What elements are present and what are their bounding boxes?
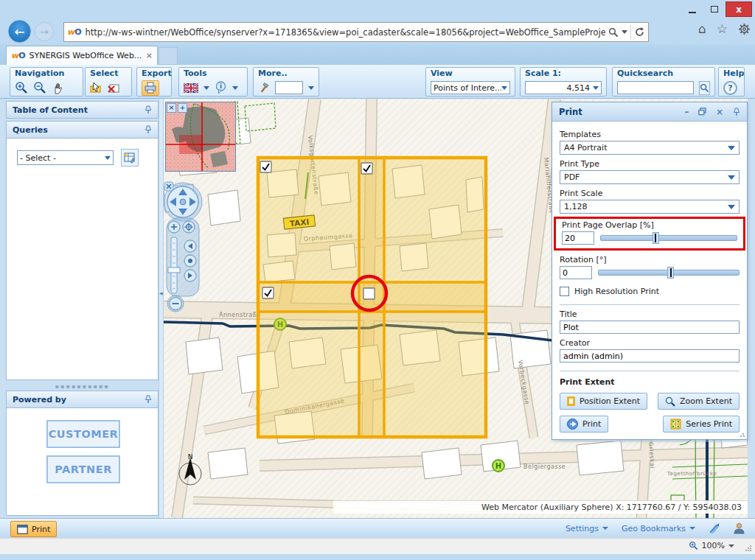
street-label: Annenstraße <box>219 312 261 318</box>
search-icon[interactable] <box>608 27 619 38</box>
print-type-label: Print Type <box>560 159 740 169</box>
rotation-slider[interactable] <box>598 270 740 276</box>
tab-close-icon[interactable]: × <box>146 51 153 60</box>
zoom-plus-button[interactable] <box>168 221 180 233</box>
home-icon[interactable]: ⌂ <box>698 21 706 36</box>
position-extent-label: Position Extent <box>580 396 640 406</box>
print-scale-label: Print Scale <box>560 189 740 198</box>
overview-move-icon[interactable]: + <box>178 103 187 113</box>
overview-close-icon[interactable]: × <box>167 103 176 113</box>
window-close-button[interactable]: x <box>726 1 752 17</box>
position-extent-button[interactable]: Position Extent <box>560 393 647 410</box>
widget-close-icon[interactable] <box>164 182 173 191</box>
geo-bookmarks-menu[interactable]: Geo Bookmarks <box>622 524 695 533</box>
refresh-icon[interactable] <box>634 27 645 38</box>
query-select[interactable]: - Select - <box>17 150 114 165</box>
window-resize-grip[interactable] <box>745 545 752 552</box>
printer-icon <box>144 82 157 94</box>
panel-minimize-icon[interactable]: – <box>685 107 689 117</box>
new-tab-button[interactable] <box>159 47 178 65</box>
window-minimize-button[interactable] <box>681 1 703 17</box>
series-page-checkbox[interactable] <box>361 163 372 174</box>
zoom-minus-button[interactable] <box>170 298 182 310</box>
sidebar-map-splitter[interactable]: ◀ <box>159 99 164 518</box>
pin-icon[interactable] <box>145 125 152 134</box>
zoom-extent-button[interactable]: Zoom Extent <box>658 393 740 410</box>
quicksearch-input[interactable] <box>617 81 694 94</box>
panel-header-table-of-content[interactable]: Table of Content <box>6 101 159 119</box>
pan-hand-icon[interactable] <box>52 82 64 94</box>
panel-resize-grip[interactable] <box>740 432 745 438</box>
series-page-checkbox[interactable] <box>262 287 274 298</box>
panel-restore-icon[interactable] <box>698 108 706 116</box>
scale-select-value: 4,514 <box>528 83 593 93</box>
zoom-out-icon[interactable] <box>33 81 46 94</box>
series-page-checkbox[interactable] <box>260 161 271 172</box>
series-print-grid-icon <box>670 419 681 430</box>
print-panel-header[interactable]: Print – × <box>552 102 747 122</box>
creator-input[interactable] <box>560 349 740 363</box>
print-button[interactable]: Print <box>560 416 608 433</box>
query-definition-button[interactable] <box>121 149 139 167</box>
select-caret-icon <box>728 175 735 180</box>
info-balloon-icon[interactable]: i <box>215 81 227 94</box>
series-print-button[interactable]: Series Print <box>663 416 740 433</box>
overlap-slider[interactable] <box>600 235 737 241</box>
print-scale-select[interactable]: 1,128 <box>560 200 740 214</box>
title-input[interactable] <box>560 321 740 334</box>
url-text[interactable]: http://w-ws-wintner/WebOffice/synserver?… <box>86 27 605 38</box>
overlap-slider-thumb[interactable] <box>653 232 659 244</box>
view-select[interactable]: Points of Intere... <box>431 81 510 94</box>
settings-menu[interactable]: Settings <box>566 524 608 533</box>
forward-button[interactable]: → <box>35 22 54 41</box>
templates-select[interactable]: A4 Portrait <box>560 141 740 155</box>
partner-logo[interactable]: PARTNER <box>46 455 120 483</box>
export-active-highlight[interactable] <box>142 80 159 96</box>
hammer-tools-icon[interactable] <box>258 82 270 94</box>
settings-gear-icon[interactable] <box>738 23 751 35</box>
pin-icon[interactable] <box>145 395 152 404</box>
rotation-slider-thumb[interactable] <box>667 267 674 279</box>
info-dropdown-caret-icon[interactable] <box>232 86 238 90</box>
back-button[interactable]: ← <box>8 20 31 43</box>
overview-map[interactable]: × + <box>165 102 236 172</box>
pin-icon[interactable] <box>733 108 740 116</box>
tab-synergis-weboffice[interactable]: wO SYNERGIS WebOffice Web... × <box>6 46 158 65</box>
print-type-select[interactable]: PDF <box>560 170 740 184</box>
rotation-input[interactable] <box>560 266 592 279</box>
browser-zoom-control[interactable]: 100% <box>689 541 734 550</box>
pin-icon[interactable] <box>145 105 152 114</box>
history-forward-button[interactable] <box>184 270 196 281</box>
window-maximize-button[interactable] <box>703 1 726 17</box>
pen-icon[interactable] <box>709 522 720 534</box>
zoom-slider-thumb[interactable] <box>168 267 180 273</box>
series-page-checkbox-unchecked[interactable] <box>363 288 375 299</box>
templates-label: Templates <box>560 130 740 139</box>
quicksearch-button[interactable] <box>699 81 710 95</box>
flag-dropdown-caret-icon[interactable] <box>203 86 209 90</box>
print-task-button[interactable]: Print <box>10 521 57 537</box>
history-back-button[interactable] <box>184 240 196 252</box>
more-dropdown-caret-icon[interactable] <box>308 86 314 90</box>
panel-header-powered-by[interactable]: Powered by <box>6 391 159 408</box>
scale-select[interactable]: 4,514 <box>525 81 602 94</box>
center-button[interactable] <box>184 255 196 267</box>
high-resolution-checkbox[interactable] <box>560 287 569 296</box>
customer-logo[interactable]: CUSTOMER <box>46 420 120 448</box>
overlap-input[interactable] <box>562 231 594 245</box>
help-button[interactable]: ? <box>723 81 737 95</box>
sidebar-splitter-handle[interactable]: ▪▪▪▪▪▪▪▪▪▪ <box>6 383 159 390</box>
address-bar[interactable]: wO http://w-ws-wintner/WebOffice/synserv… <box>63 22 649 42</box>
more-tool-select[interactable] <box>275 81 303 94</box>
favorites-star-icon[interactable]: ☆ <box>717 21 728 36</box>
map-navigation-widget[interactable] <box>164 181 205 317</box>
zoom-in-icon[interactable] <box>15 81 28 94</box>
language-flag-icon[interactable] <box>184 83 198 93</box>
select-icon[interactable] <box>90 82 102 94</box>
user-icon[interactable] <box>734 522 745 534</box>
panel-close-icon[interactable]: × <box>716 107 723 117</box>
search-options-caret-icon[interactable] <box>622 30 627 34</box>
panel-header-queries[interactable]: Queries <box>6 121 159 139</box>
deselect-icon[interactable] <box>108 82 120 94</box>
full-extent-button[interactable] <box>183 221 195 233</box>
